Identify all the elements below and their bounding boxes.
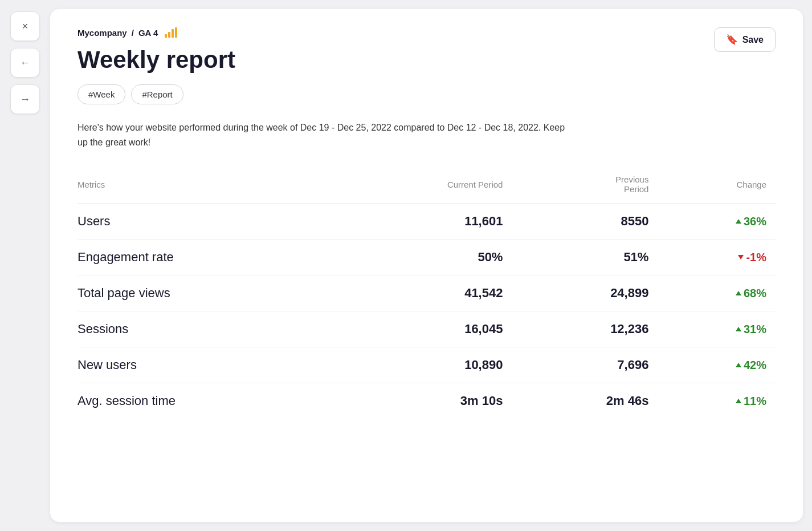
header-current: Current Period (334, 170, 512, 204)
chart-icon (165, 27, 177, 38)
metric-previous: 51% (512, 240, 658, 275)
table-row: Engagement rate50%51%-1% (77, 240, 776, 275)
arrow-up-icon (736, 363, 741, 367)
arrow-up-icon (736, 399, 741, 403)
table-row: Users11,601855036% (77, 204, 776, 240)
metric-change: 11% (658, 383, 776, 419)
table-row: New users10,8907,69642% (77, 347, 776, 383)
tag-week[interactable]: #Week (77, 84, 125, 104)
table-row: Sessions16,04512,23631% (77, 311, 776, 347)
metric-previous: 12,236 (512, 311, 658, 347)
table-row: Avg. session time3m 10s2m 46s11% (77, 383, 776, 419)
arrow-up-icon (736, 327, 741, 331)
metric-previous: 24,899 (512, 275, 658, 311)
metric-name: Sessions (77, 311, 334, 347)
metric-change: 36% (658, 204, 776, 240)
metric-current: 10,890 (334, 347, 512, 383)
sidebar-nav: × ← → (0, 0, 50, 531)
page-wrapper: × ← → 🔖 Save Mycompany / GA 4 (0, 0, 812, 531)
metric-change: 31% (658, 311, 776, 347)
metric-current: 11,601 (334, 204, 512, 240)
back-icon: ← (20, 57, 30, 69)
metric-previous: 8550 (512, 204, 658, 240)
metric-name: Users (77, 204, 334, 240)
save-label: Save (742, 35, 764, 45)
change-value: 31% (744, 323, 766, 336)
metric-change: 42% (658, 347, 776, 383)
metric-current: 50% (334, 240, 512, 275)
metric-change: 68% (658, 275, 776, 311)
tag-report[interactable]: #Report (131, 84, 183, 104)
forward-button[interactable]: → (10, 84, 40, 114)
close-button[interactable]: × (10, 11, 40, 41)
save-button[interactable]: 🔖 Save (714, 27, 776, 52)
arrow-up-icon (736, 291, 741, 295)
change-value: 36% (744, 215, 766, 228)
main-content: 🔖 Save Mycompany / GA 4 Weekly report #W… (50, 9, 803, 522)
metric-name: Total page views (77, 275, 334, 311)
arrow-up-icon (736, 219, 741, 224)
back-button[interactable]: ← (10, 48, 40, 78)
metric-current: 41,542 (334, 275, 512, 311)
metric-change: -1% (658, 240, 776, 275)
header-metric: Metrics (77, 170, 334, 204)
metric-name: Avg. session time (77, 383, 334, 419)
breadcrumb-separator: / (132, 28, 134, 38)
change-value: -1% (746, 251, 766, 264)
header-previous: PreviousPeriod (512, 170, 658, 204)
change-value: 11% (744, 395, 766, 408)
change-value: 42% (744, 359, 766, 372)
bookmark-icon: 🔖 (726, 34, 738, 46)
breadcrumb: Mycompany / GA 4 (77, 27, 776, 38)
tags-row: #Week #Report (77, 84, 776, 104)
metrics-table: Metrics Current Period PreviousPeriod Ch… (77, 170, 776, 419)
header-change: Change (658, 170, 776, 204)
company-name: Mycompany (77, 28, 127, 38)
metric-name: New users (77, 347, 334, 383)
description-text: Here's how your website performed during… (77, 120, 568, 149)
metric-name: Engagement rate (77, 240, 334, 275)
page-title: Weekly report (77, 47, 776, 73)
metric-current: 16,045 (334, 311, 512, 347)
table-row: Total page views41,54224,89968% (77, 275, 776, 311)
close-icon: × (22, 21, 28, 33)
arrow-down-icon (738, 255, 744, 260)
metric-current: 3m 10s (334, 383, 512, 419)
change-value: 68% (744, 287, 766, 300)
metric-previous: 7,696 (512, 347, 658, 383)
metric-previous: 2m 46s (512, 383, 658, 419)
forward-icon: → (20, 94, 30, 106)
property-name: GA 4 (138, 28, 158, 38)
